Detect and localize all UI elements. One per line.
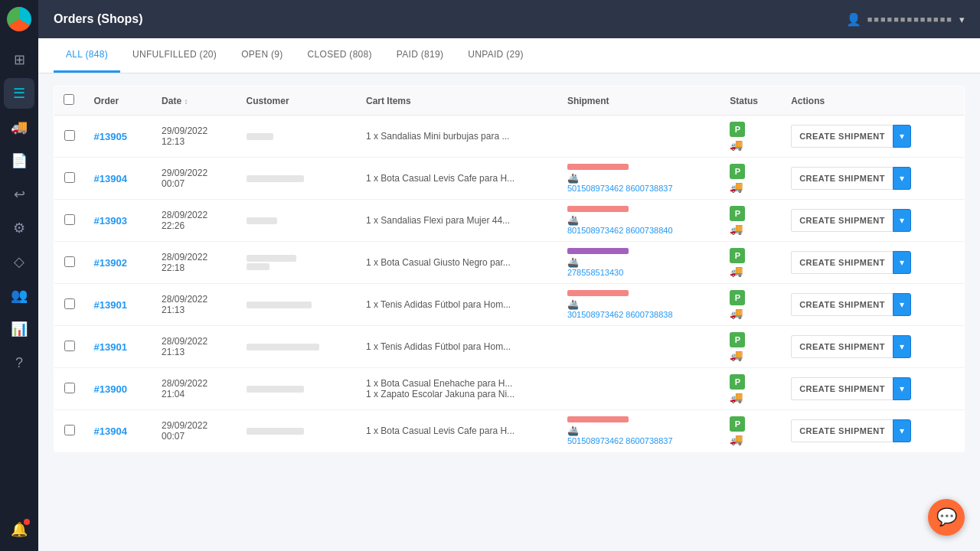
shipment-bar [567,164,629,170]
customer-name-blur [247,217,277,224]
create-shipment-button[interactable]: CREATE SHIPMENT [791,293,893,316]
tracking-number: 801508973462 8600738840 [567,226,711,235]
status-icons: P🚚 [730,122,773,151]
sidebar-item-reports[interactable]: 📊 [4,314,34,344]
order-number-cell: #13902 [85,242,153,284]
row-checkbox[interactable] [64,298,75,309]
tab-unpaid[interactable]: UNPAID (29) [456,38,535,73]
shipment-dropdown-button[interactable]: ▾ [893,125,911,148]
row-checkbox[interactable] [64,130,75,141]
sidebar-item-users[interactable]: 👥 [4,280,34,311]
sidebar-item-api[interactable]: ◇ [4,246,34,277]
sidebar-item-documents[interactable]: 📄 [4,145,34,176]
col-cart-items: Cart Items [357,86,558,116]
order-number-link[interactable]: #13905 [94,131,127,142]
shipment-dropdown-button[interactable]: ▾ [893,251,911,274]
chat-button[interactable]: 💬 [928,499,965,536]
status-cell: P🚚 [720,242,782,284]
tab-all[interactable]: ALL (848) [54,38,120,73]
shipment-dropdown-button[interactable]: ▾ [893,419,911,442]
sidebar-item-returns[interactable]: ↩ [4,179,34,210]
row-checkbox[interactable] [64,425,75,435]
create-shipment-button[interactable]: CREATE SHIPMENT [791,167,893,190]
sidebar: ⊞ ☰ 🚚 📄 ↩ ⚙ ◇ 👥 📊 ? 🔔 [0,0,38,551]
shipment-arrow-icon: 🚢 [567,173,579,184]
shipment-bar [567,248,629,254]
shipment-arrow-icon: 🚢 [567,215,579,226]
order-date-cell: 28/09/2022 22:18 [152,242,237,284]
shipment-icon-row: 🚢 [567,173,711,184]
order-number-link[interactable]: #13901 [94,341,127,353]
order-number-link[interactable]: #13902 [94,257,127,269]
actions-cell: CREATE SHIPMENT▾ [782,326,964,368]
order-number-link[interactable]: #13904 [94,173,127,184]
row-checkbox-cell [54,326,85,368]
orders-table-container: Order Date ↕ Customer Cart Items Shipmen… [38,73,980,551]
status-icons: P🚚 [730,290,773,319]
create-shipment-button[interactable]: CREATE SHIPMENT [791,335,893,358]
shipment-bar [567,206,629,212]
actions-cell: CREATE SHIPMENT▾ [782,284,964,326]
action-btn-group: CREATE SHIPMENT▾ [791,419,955,442]
shipment-dropdown-button[interactable]: ▾ [893,167,911,190]
order-number-cell: #13905 [85,116,153,158]
notification-dot [24,519,30,525]
col-date[interactable]: Date ↕ [152,86,237,116]
create-shipment-button[interactable]: CREATE SHIPMENT [791,377,893,400]
tab-unfulfilled[interactable]: UNFULFILLED (20) [120,38,229,73]
col-shipment: Shipment [558,86,720,116]
action-btn-group: CREATE SHIPMENT▾ [791,377,955,400]
shipment-dropdown-button[interactable]: ▾ [893,293,911,316]
status-truck-icon: 🚚 [730,433,743,445]
shipment-bar [567,290,629,296]
order-number-link[interactable]: #13904 [94,425,127,437]
status-icons: P🚚 [730,206,773,235]
create-shipment-button[interactable]: CREATE SHIPMENT [791,125,893,148]
customer-cell [237,242,357,284]
table-row: #1390128/09/2022 21:131 x Tenis Adidas F… [54,326,965,368]
shipment-dropdown-button[interactable]: ▾ [893,209,911,232]
user-menu[interactable]: 👤 ■■■■■■■■■■■■■ ▾ [846,12,965,27]
actions-cell: CREATE SHIPMENT▾ [782,116,964,158]
create-shipment-button[interactable]: CREATE SHIPMENT [791,419,893,442]
status-icons: P🚚 [730,416,773,445]
order-number-link[interactable]: #13903 [94,215,127,227]
row-checkbox[interactable] [64,341,75,351]
order-number-link[interactable]: #13900 [94,383,127,395]
order-date-cell: 28/09/2022 21:13 [152,284,237,326]
action-btn-group: CREATE SHIPMENT▾ [791,251,955,274]
sidebar-item-orders[interactable]: ☰ [4,78,34,109]
action-btn-group: CREATE SHIPMENT▾ [791,167,955,190]
sidebar-item-settings[interactable]: ⚙ [4,213,34,243]
create-shipment-button[interactable]: CREATE SHIPMENT [791,251,893,274]
status-paid-icon: P [730,416,745,432]
row-checkbox[interactable] [64,172,75,183]
chat-icon: 💬 [936,507,957,527]
page-title: Orders (Shops) [54,12,142,26]
status-truck-icon: 🚚 [730,349,743,361]
status-icons: P🚚 [730,332,773,361]
sidebar-item-help[interactable]: ? [4,347,34,378]
customer-cell [237,368,357,410]
select-all-checkbox[interactable] [64,94,74,105]
sidebar-item-dashboard[interactable]: ⊞ [4,44,34,75]
order-number-link[interactable]: #13901 [94,299,127,311]
shipment-dropdown-button[interactable]: ▾ [893,377,911,400]
row-checkbox[interactable] [64,256,75,267]
tab-closed[interactable]: CLOSED (808) [296,38,384,73]
row-checkbox[interactable] [64,214,75,225]
tab-open[interactable]: OPEN (9) [229,38,295,73]
sidebar-item-notification[interactable]: 🔔 [4,514,34,545]
shipment-icon-row: 🚢 [567,215,711,226]
tracking-number: 278558513430 [567,268,711,277]
create-shipment-button[interactable]: CREATE SHIPMENT [791,209,893,232]
main-content: Orders (Shops) 👤 ■■■■■■■■■■■■■ ▾ ALL (84… [38,0,980,551]
shipment-dropdown-button[interactable]: ▾ [893,335,911,358]
cart-items-cell: 1 x Bota Casual Levis Cafe para H... [357,158,558,200]
row-checkbox[interactable] [64,383,75,393]
sidebar-item-shipping[interactable]: 🚚 [4,112,34,142]
tracking-number: 501508973462 8600738837 [567,184,711,193]
customer-cell [237,200,357,242]
customer-cell [237,284,357,326]
tab-paid[interactable]: PAID (819) [384,38,456,73]
